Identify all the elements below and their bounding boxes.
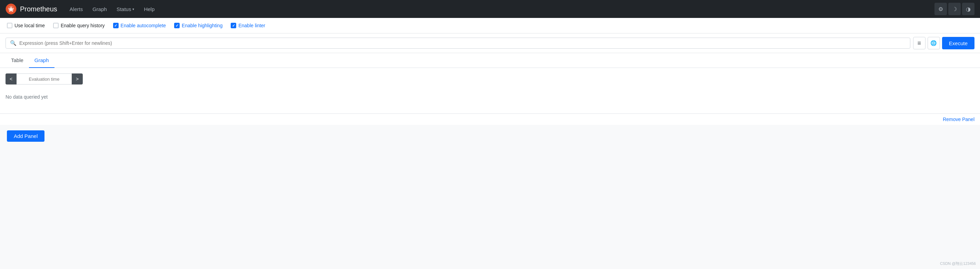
nav-status-label: Status xyxy=(116,6,131,12)
contrast-button[interactable]: ◑ xyxy=(962,3,974,15)
navbar-nav: Alerts Graph Status ▾ Help xyxy=(65,4,932,14)
search-icon: 🔍 xyxy=(10,40,17,46)
main-panel: Table Graph < > No data queried yet Remo… xyxy=(0,53,980,125)
eval-time-row: < > xyxy=(6,73,974,84)
format-icon: ≡ xyxy=(918,40,921,46)
dark-mode-button[interactable]: ☽ xyxy=(948,3,961,15)
tab-table[interactable]: Table xyxy=(6,53,29,68)
enable-query-history-label: Enable query history xyxy=(61,23,105,28)
format-button[interactable]: ≡ xyxy=(913,37,926,49)
use-local-time-option[interactable]: Use local time xyxy=(7,23,45,28)
remove-panel-button[interactable]: Remove Panel xyxy=(943,116,974,122)
chevron-right-icon: > xyxy=(76,76,79,82)
enable-autocomplete-checkbox[interactable] xyxy=(113,23,119,28)
enable-highlighting-checkbox[interactable] xyxy=(174,23,180,28)
search-action-buttons: ≡ 🌐 Execute xyxy=(913,37,974,49)
enable-linter-label: Enable linter xyxy=(238,23,265,28)
execute-button[interactable]: Execute xyxy=(942,37,974,49)
nav-graph[interactable]: Graph xyxy=(88,4,111,14)
enable-query-history-option[interactable]: Enable query history xyxy=(53,23,105,28)
expression-input[interactable] xyxy=(19,40,906,46)
metrics-explorer-button[interactable]: 🌐 xyxy=(928,37,940,49)
navbar: Prometheus Alerts Graph Status ▾ Help ⚙ … xyxy=(0,0,980,18)
nav-alerts[interactable]: Alerts xyxy=(65,4,87,14)
eval-time-input[interactable] xyxy=(17,73,72,84)
prometheus-logo xyxy=(6,3,17,14)
no-data-message: No data queried yet xyxy=(6,91,974,108)
expression-input-wrapper: 🔍 xyxy=(6,38,910,49)
add-panel-button[interactable]: Add Panel xyxy=(7,131,45,142)
enable-linter-checkbox[interactable] xyxy=(231,23,236,28)
search-bar: 🔍 ≡ 🌐 Execute xyxy=(0,33,980,53)
eval-prev-button[interactable]: < xyxy=(6,73,17,84)
globe-icon: 🌐 xyxy=(930,40,937,46)
chevron-left-icon: < xyxy=(10,76,13,82)
enable-highlighting-option[interactable]: Enable highlighting xyxy=(174,23,223,28)
enable-autocomplete-label: Enable autocomplete xyxy=(121,23,166,28)
navbar-icons: ⚙ ☽ ◑ xyxy=(934,3,974,15)
use-local-time-label: Use local time xyxy=(14,23,45,28)
enable-query-history-checkbox[interactable] xyxy=(53,23,59,28)
panel-footer: Remove Panel xyxy=(0,113,980,125)
nav-status[interactable]: Status ▾ xyxy=(112,4,138,14)
gear-button[interactable]: ⚙ xyxy=(934,3,947,15)
enable-highlighting-label: Enable highlighting xyxy=(182,23,223,28)
enable-linter-option[interactable]: Enable linter xyxy=(231,23,265,28)
tabs: Table Graph xyxy=(0,53,980,68)
enable-autocomplete-option[interactable]: Enable autocomplete xyxy=(113,23,166,28)
eval-next-button[interactable]: > xyxy=(72,73,83,84)
nav-help[interactable]: Help xyxy=(140,4,159,14)
brand: Prometheus xyxy=(6,3,57,14)
tab-graph[interactable]: Graph xyxy=(29,53,54,68)
page-footer: Add Panel xyxy=(0,125,980,147)
options-bar: Use local time Enable query history Enab… xyxy=(0,18,980,33)
panel-content: < > No data queried yet xyxy=(0,68,980,113)
use-local-time-checkbox[interactable] xyxy=(7,23,13,28)
brand-name: Prometheus xyxy=(20,5,57,13)
chevron-down-icon: ▾ xyxy=(132,7,134,11)
